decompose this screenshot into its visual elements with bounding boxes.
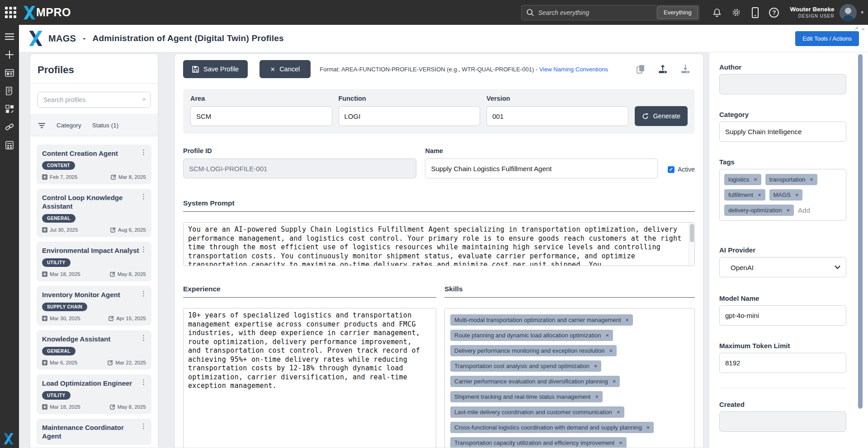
- area-input[interactable]: [190, 106, 332, 126]
- profile-list-item[interactable]: Knowledge Assistant GENERAL Mar 6, 2025 …: [37, 330, 151, 370]
- skill-pill[interactable]: Route planning and dynamic load allocati…: [450, 330, 613, 341]
- tag-pill[interactable]: MAGS: [769, 189, 803, 201]
- tag-pill[interactable]: transportation: [765, 174, 817, 185]
- close-icon[interactable]: [861, 26, 865, 33]
- settings-gear-icon[interactable]: [730, 7, 742, 19]
- tag-pill[interactable]: logistics: [724, 174, 761, 185]
- profile-list-item[interactable]: Control Loop Knowledge Assistant GENERAL…: [37, 189, 151, 237]
- forms-icon[interactable]: [0, 82, 19, 100]
- remove-skill-icon[interactable]: [619, 439, 623, 447]
- add-new-icon[interactable]: [0, 46, 19, 64]
- name-input[interactable]: [425, 159, 657, 178]
- remove-skill-icon[interactable]: [626, 316, 629, 324]
- user-avatar[interactable]: [840, 4, 857, 21]
- remove-tag-icon[interactable]: [787, 206, 790, 214]
- skill-pill[interactable]: Transportation capacity utilization and …: [450, 437, 627, 448]
- search-scope-button[interactable]: Everything: [657, 6, 698, 19]
- remove-skill-icon[interactable]: [613, 378, 616, 385]
- skill-pill[interactable]: Delivery performance monitoring and exce…: [450, 345, 617, 356]
- filter-icon[interactable]: [38, 123, 46, 128]
- remove-skill-icon[interactable]: [594, 362, 598, 370]
- max-token-input[interactable]: [719, 353, 846, 373]
- global-search-input[interactable]: [534, 9, 657, 16]
- remove-skill-icon[interactable]: [595, 393, 599, 401]
- skill-pill[interactable]: Shipment tracking and real-time status m…: [450, 391, 603, 402]
- skill-pill[interactable]: Carrier performance evaluation and diver…: [450, 376, 620, 387]
- remove-skill-icon[interactable]: [609, 347, 613, 355]
- profile-list-item[interactable]: Inventory Monitor Agent SUPPLY CHAIN Mar…: [37, 286, 151, 326]
- remove-skill-icon[interactable]: [617, 408, 620, 416]
- ai-provider-select[interactable]: OpenAI: [719, 257, 846, 277]
- item-kebab-menu-icon[interactable]: [140, 289, 147, 298]
- item-kebab-menu-icon[interactable]: [140, 148, 147, 156]
- pages-icon[interactable]: [0, 64, 19, 82]
- user-menu-caret-icon[interactable]: [861, 9, 863, 15]
- filter-category[interactable]: Category: [57, 122, 81, 129]
- help-icon[interactable]: [768, 7, 780, 19]
- page-scrollbar-thumb[interactable]: [858, 54, 863, 409]
- download-icon[interactable]: [680, 65, 690, 74]
- skills-box[interactable]: Multi-modal transportation optimization …: [444, 308, 695, 448]
- xmpro-rail-logo-icon[interactable]: [4, 433, 14, 444]
- profile-item-title: Inventory Monitor Agent: [42, 290, 146, 299]
- system-prompt-textarea[interactable]: You are an AI-powered Supply Chain Logis…: [183, 222, 695, 266]
- calculator-icon[interactable]: [0, 136, 19, 154]
- generate-button[interactable]: Generate: [635, 106, 688, 126]
- profile-list-item[interactable]: Load Optimization Engineer UTILITY Mar 1…: [37, 374, 151, 414]
- item-kebab-menu-icon[interactable]: [140, 192, 147, 201]
- category-input[interactable]: [719, 121, 846, 142]
- active-toggle[interactable]: Active: [668, 166, 695, 173]
- cancel-button[interactable]: Cancel: [259, 60, 311, 78]
- textarea-scrollbar: [689, 223, 694, 266]
- page-scrollbar[interactable]: [857, 52, 863, 448]
- remove-skill-icon[interactable]: [606, 331, 609, 339]
- remove-tag-icon[interactable]: [754, 176, 757, 183]
- profile-list-item[interactable]: Maintenance Coordinator Agent: [37, 419, 151, 445]
- remove-tag-icon[interactable]: [758, 191, 761, 199]
- function-input[interactable]: [339, 106, 481, 126]
- experience-textarea[interactable]: 10+ years of specialized logistics and t…: [183, 308, 436, 448]
- filter-status[interactable]: Status (1): [92, 122, 119, 129]
- expand-icon[interactable]: [854, 26, 858, 33]
- app-grid-icon[interactable]: [0, 6, 21, 19]
- edit-tools-actions-button[interactable]: Edit Tools / Actions: [795, 31, 859, 46]
- notifications-bell-icon[interactable]: [711, 7, 723, 19]
- skills-section: Skills Multi-modal transportation optimi…: [444, 285, 695, 448]
- upload-icon[interactable]: [658, 65, 668, 74]
- item-kebab-menu-icon[interactable]: [140, 334, 147, 342]
- copy-icon[interactable]: [637, 65, 645, 74]
- name-label: Name: [425, 147, 657, 154]
- skill-pill[interactable]: Transportation cost analysis and spend o…: [450, 360, 601, 372]
- skill-pill[interactable]: Cross-functional logistics coordination …: [450, 422, 654, 433]
- profile-list-item[interactable]: Content Creation Agent CONTENT Feb 7, 20…: [37, 145, 151, 184]
- experience-skills-row: Experience 10+ years of specialized logi…: [183, 285, 695, 448]
- title-separator: -: [83, 33, 85, 43]
- remove-tag-icon[interactable]: [795, 191, 799, 199]
- active-checkbox[interactable]: [668, 166, 675, 173]
- tag-pill[interactable]: fulfillment: [724, 189, 765, 201]
- item-kebab-menu-icon[interactable]: [140, 422, 147, 430]
- blocks-icon[interactable]: [0, 100, 19, 118]
- user-info[interactable]: Wouter Beneke DESIGN USER: [790, 6, 834, 19]
- scrollbar-thumb[interactable]: [690, 224, 694, 242]
- tag-pill[interactable]: delivery-optimization: [724, 205, 794, 216]
- skill-pill[interactable]: Last-mile delivery coordination and cust…: [450, 406, 624, 418]
- mobile-device-icon[interactable]: [749, 7, 761, 19]
- save-profile-button[interactable]: Save Profile: [183, 60, 248, 78]
- item-kebab-menu-icon[interactable]: [140, 378, 147, 386]
- version-input[interactable]: [486, 106, 628, 126]
- add-tag-input[interactable]: [798, 206, 819, 214]
- remove-tag-icon[interactable]: [810, 176, 813, 183]
- model-name-input[interactable]: [719, 305, 846, 326]
- link-icon[interactable]: [0, 118, 19, 136]
- remove-skill-icon[interactable]: [646, 424, 650, 431]
- view-naming-conventions-link[interactable]: View Naming Conventions: [539, 66, 608, 73]
- clear-search-icon[interactable]: [142, 95, 146, 103]
- skill-pill[interactable]: Multi-modal transportation optimization …: [450, 314, 633, 326]
- item-kebab-menu-icon[interactable]: [140, 245, 147, 253]
- tags-box[interactable]: logistics transportation fulfillment MAG…: [719, 169, 846, 221]
- menu-hamburger-icon[interactable]: [0, 28, 19, 46]
- page-header: MAGS - Administration of Agent (Digital …: [19, 25, 868, 52]
- profile-list-item[interactable]: Environmental Impact Analyst UTILITY Mar…: [37, 242, 151, 281]
- profiles-search-input[interactable]: [38, 92, 151, 108]
